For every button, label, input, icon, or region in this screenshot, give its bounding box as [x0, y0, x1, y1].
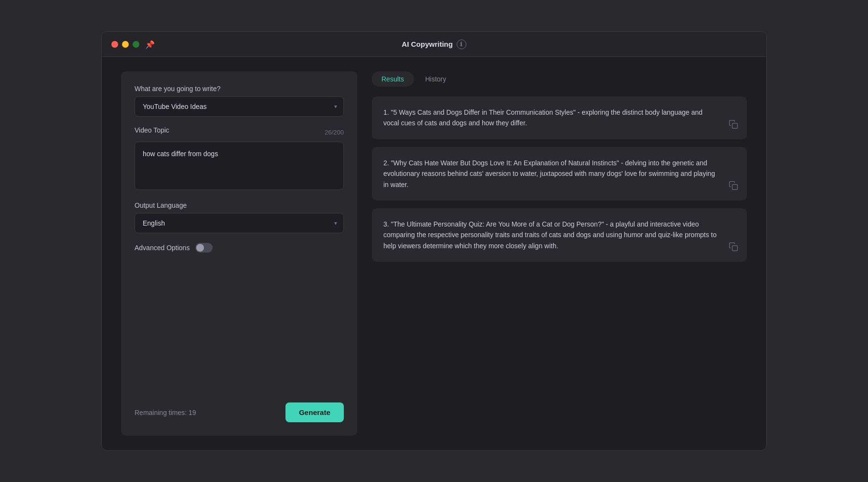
- left-panel: What are you going to write? YouTube Vid…: [121, 71, 357, 436]
- video-topic-label: Video Topic: [135, 126, 169, 134]
- video-topic-header: Video Topic 26/200: [135, 126, 344, 138]
- result-card-1: 1. "5 Ways Cats and Dogs Differ in Their…: [372, 96, 747, 139]
- remaining-times: Remaining times: 19: [135, 409, 196, 416]
- footer-row: Remaining times: 19 Generate: [135, 398, 344, 422]
- close-button[interactable]: [111, 41, 118, 48]
- write-type-label: What are you going to write?: [135, 85, 344, 93]
- titlebar-title: AI Copywriting ℹ: [402, 40, 466, 49]
- result-text-1: 1. "5 Ways Cats and Dogs Differ in Their…: [383, 107, 735, 129]
- advanced-options-label: Advanced Options: [135, 244, 190, 252]
- video-topic-section: Video Topic 26/200: [135, 126, 344, 192]
- copy-icon-3[interactable]: [729, 242, 738, 254]
- result-card-3: 3. "The Ultimate Personality Quiz: Are Y…: [372, 208, 747, 262]
- pin-icon[interactable]: 📌: [145, 40, 154, 49]
- titlebar: 📌 AI Copywriting ℹ: [102, 32, 766, 57]
- svg-rect-1: [732, 184, 738, 189]
- app-title: AI Copywriting: [402, 40, 453, 48]
- tab-history[interactable]: History: [416, 71, 456, 87]
- output-language-dropdown-wrapper: English Spanish French German Chinese ▾: [135, 213, 344, 233]
- write-type-dropdown[interactable]: YouTube Video Ideas Blog Post Product De…: [135, 96, 344, 117]
- maximize-button[interactable]: [133, 41, 139, 48]
- window-controls: 📌: [111, 40, 154, 49]
- copy-icon-1[interactable]: [729, 120, 738, 132]
- write-type-dropdown-wrapper: YouTube Video Ideas Blog Post Product De…: [135, 96, 344, 117]
- app-window: 📌 AI Copywriting ℹ What are you going to…: [101, 31, 767, 451]
- svg-rect-0: [732, 123, 738, 128]
- result-card-2: 2. "Why Cats Hate Water But Dogs Love It…: [372, 147, 747, 201]
- copy-icon-2[interactable]: [729, 181, 738, 193]
- output-language-section: Output Language English Spanish French G…: [135, 201, 344, 233]
- output-language-label: Output Language: [135, 201, 344, 209]
- main-content: What are you going to write? YouTube Vid…: [102, 57, 766, 450]
- result-text-2: 2. "Why Cats Hate Water But Dogs Love It…: [383, 158, 735, 190]
- results-list: 1. "5 Ways Cats and Dogs Differ in Their…: [372, 96, 747, 436]
- minimize-button[interactable]: [122, 41, 129, 48]
- info-icon[interactable]: ℹ: [457, 40, 466, 49]
- tab-results[interactable]: Results: [372, 71, 414, 87]
- video-topic-input[interactable]: [135, 142, 344, 190]
- char-count: 26/200: [325, 129, 344, 136]
- advanced-options-toggle[interactable]: [195, 243, 213, 253]
- advanced-options-row: Advanced Options: [135, 243, 344, 253]
- write-type-section: What are you going to write? YouTube Vid…: [135, 85, 344, 117]
- generate-button[interactable]: Generate: [285, 402, 344, 422]
- right-panel: Results History 1. "5 Ways Cats and Dogs…: [372, 71, 747, 436]
- result-text-3: 3. "The Ultimate Personality Quiz: Are Y…: [383, 219, 735, 251]
- svg-rect-2: [732, 246, 738, 251]
- toggle-thumb: [196, 244, 204, 252]
- output-language-dropdown[interactable]: English Spanish French German Chinese: [135, 213, 344, 233]
- tabs-row: Results History: [372, 71, 747, 87]
